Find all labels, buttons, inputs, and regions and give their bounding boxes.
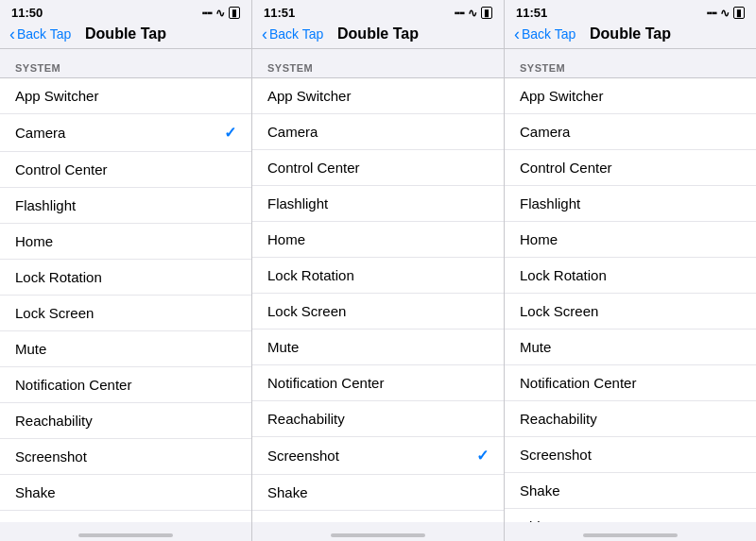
list-item-label: Camera [267,124,318,140]
list-item[interactable]: Siri [505,509,756,522]
list-item[interactable]: Mute [0,331,251,367]
list-item-label: Flashlight [267,195,328,211]
list-item-label: Control Center [15,161,108,178]
list-item[interactable]: Notification Center [505,365,756,401]
list-item[interactable]: App Switcher [505,78,756,114]
list-item-label: Notification Center [267,375,384,391]
list-item[interactable]: Siri [0,511,251,522]
list-item[interactable]: Notification Center [0,367,251,403]
back-button[interactable]: ‹Back Tap [514,25,576,44]
list-item-label: Reachability [520,411,597,427]
list-item[interactable]: Lock Screen [252,294,504,330]
list-item-label: Screenshot [520,447,592,463]
nav-bar: ‹Back TapDouble Tap [505,22,756,49]
back-label: Back Tap [17,26,71,42]
signal-icon: ▪▪▪▪ [707,8,716,18]
chevron-left-icon: ‹ [262,25,267,44]
list-item[interactable]: Screenshot [0,439,251,475]
list-item[interactable]: App Switcher [252,78,504,114]
list-item[interactable]: App Switcher [0,78,251,114]
phone-panel-3: 11:51 ▪▪▪▪ ∿ ▮ ‹Back TapDouble TapSYSTEM… [505,0,756,541]
nav-bar: ‹Back TapDouble Tap [252,22,504,49]
list-item[interactable]: Home [0,224,251,260]
page-title: Double Tap [590,25,671,42]
list-item[interactable]: Lock Rotation [0,260,251,296]
checkmark-icon: ✓ [224,124,236,142]
status-time: 11:51 [264,6,295,20]
list-item-label: Reachability [15,413,93,429]
list-item-label: Lock Rotation [267,267,354,283]
list-group: App SwitcherCameraControl CenterFlashlig… [505,77,756,522]
list-item[interactable]: Shake [252,475,504,511]
list-item[interactable]: Control Center [505,150,756,186]
list-item[interactable]: Screenshot✓ [252,437,504,475]
back-label: Back Tap [522,26,576,42]
nav-bar: ‹Back TapDouble Tap [0,22,251,49]
list-item-label: Camera [520,124,570,140]
list-item[interactable]: Reachability [252,401,504,437]
list-item[interactable]: Lock Rotation [252,258,504,294]
list-item[interactable]: Flashlight [252,186,504,222]
list-item[interactable]: Flashlight [0,188,251,224]
list-item-label: Notification Center [15,377,131,393]
list-item-label: Shake [15,484,56,500]
list-item-label: Flashlight [15,197,76,213]
wifi-icon: ∿ [215,7,225,20]
list-item-label: Mute [267,339,299,355]
list-item[interactable]: Flashlight [505,186,756,222]
phone-panel-1: 11:50 ▪▪▪▪ ∿ ▮ ‹Back TapDouble TapSYSTEM… [0,0,252,541]
list-item[interactable]: Reachability [505,401,756,437]
phone-panel-2: 11:51 ▪▪▪▪ ∿ ▮ ‹Back TapDouble TapSYSTEM… [252,0,505,541]
list-item-label: Lock Rotation [15,269,102,285]
back-button[interactable]: ‹Back Tap [262,25,323,44]
list-item[interactable]: Camera [505,114,756,150]
list-item[interactable]: Shake [505,473,756,509]
back-label: Back Tap [269,26,323,42]
list-item-label: Lock Screen [267,303,346,319]
list-item[interactable]: Shake [0,475,251,511]
list-item[interactable]: Notification Center [252,365,504,401]
list-item[interactable]: Siri [252,511,504,522]
section-header: SYSTEM [505,49,756,77]
list-item[interactable]: Home [505,222,756,258]
signal-icon: ▪▪▪▪ [202,8,212,18]
status-time: 11:51 [516,6,547,20]
chevron-left-icon: ‹ [514,25,520,44]
list-item[interactable]: Control Center [0,152,251,188]
chevron-left-icon: ‹ [9,25,15,44]
list-item[interactable]: Reachability [0,403,251,439]
list-item[interactable]: Control Center [252,150,504,186]
list-item[interactable]: Lock Screen [0,296,251,331]
home-bar [331,533,425,537]
status-icons: ▪▪▪▪ ∿ ▮ [202,7,240,20]
status-icons: ▪▪▪▪ ∿ ▮ [707,7,745,20]
list-item-label: Shake [520,482,560,499]
list-item[interactable]: Lock Screen [505,294,756,330]
list-item[interactable]: Mute [505,330,756,365]
status-bar: 11:51 ▪▪▪▪ ∿ ▮ [252,0,504,22]
battery-icon: ▮ [733,7,745,19]
list-item-label: App Switcher [15,88,98,104]
list-item[interactable]: Camera✓ [0,114,251,152]
status-bar: 11:50 ▪▪▪▪ ∿ ▮ [0,0,251,22]
home-indicator [505,522,756,541]
list-item-label: Mute [520,339,551,355]
page-title: Double Tap [337,25,419,42]
list-group: App SwitcherCamera✓Control CenterFlashli… [0,77,251,522]
page-title: Double Tap [85,25,166,42]
list-item[interactable]: Mute [252,330,504,365]
list-item[interactable]: Lock Rotation [505,258,756,294]
list-item-label: Control Center [267,160,360,176]
list-item-label: Home [520,231,558,247]
list-item[interactable]: Camera [252,114,504,150]
signal-icon: ▪▪▪▪ [455,8,464,18]
home-bar [583,533,678,537]
list-item[interactable]: Screenshot [505,437,756,473]
home-indicator [252,522,504,541]
list-item-label: Reachability [267,411,345,427]
list-item[interactable]: Home [252,222,504,258]
list-item-label: Mute [15,341,46,357]
status-time: 11:50 [11,6,43,20]
back-button[interactable]: ‹Back Tap [9,25,71,44]
list-item-label: Home [267,231,305,247]
